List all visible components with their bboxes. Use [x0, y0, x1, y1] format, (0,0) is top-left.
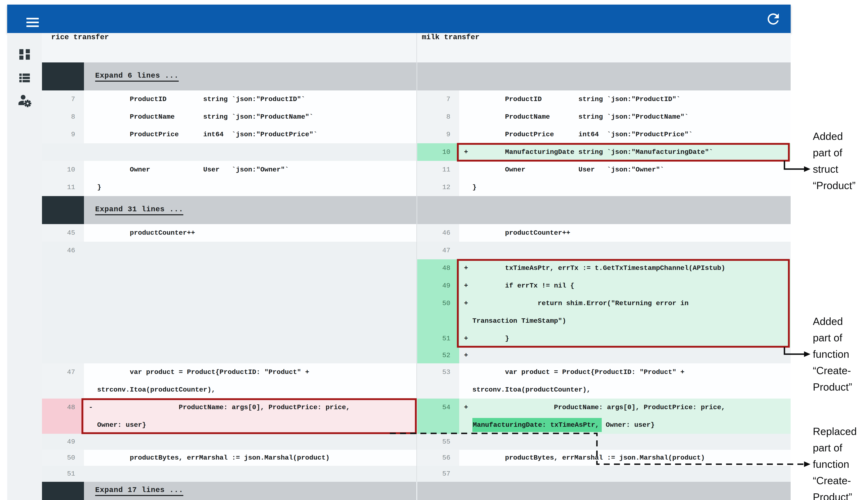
diff-row: 52+	[417, 347, 791, 363]
code-text: }	[472, 183, 477, 191]
diff-row: 55	[417, 434, 791, 450]
code-cell	[459, 466, 791, 482]
diff-row: 11 Owner User `json:"Owner"`	[417, 161, 791, 179]
code-cell: var product = Product{ProductID: "Produc…	[84, 363, 417, 399]
diff-row: 50 productBytes, errMarshal := json.Mars…	[42, 450, 417, 466]
sidebar-item-user-settings[interactable]	[17, 93, 32, 107]
annotation-line: Added	[813, 313, 867, 330]
line-number: 49	[417, 277, 459, 295]
code-cell: Owner User `json:"Owner"`	[459, 161, 791, 179]
diff-row: 47 var product = Product{ProductID: "Pro…	[42, 363, 417, 399]
sidebar-item-dashboard[interactable]	[17, 47, 32, 61]
code-text: ProductID string `json:"ProductID"`	[472, 95, 680, 103]
expand-band: Expand 17 lines ...	[84, 482, 417, 500]
code-cell: + txTimeAsPtr, errTx := t.GetTxTimestamp…	[459, 259, 791, 277]
added-line-marker: +	[464, 399, 468, 416]
diff-row: 7 ProductID string `json:"ProductID"`	[417, 90, 791, 108]
expand-band: Expand 31 lines ...	[84, 196, 417, 224]
code-cell	[459, 242, 791, 259]
refresh-button[interactable]	[765, 11, 782, 27]
pane-divider	[417, 33, 417, 482]
line-number: 45	[42, 224, 84, 242]
code-text: Owner User `json:"Owner"`	[472, 166, 664, 173]
expand-lines-link[interactable]: Expand 17 lines ...	[95, 486, 183, 496]
line-number: 10	[42, 161, 84, 179]
code-cell: ProductName string `json:"ProductName"`	[84, 108, 417, 126]
expand-row	[417, 482, 791, 500]
code-cell: }	[84, 179, 417, 196]
expand-gutter-block	[42, 482, 84, 500]
expand-row: Expand 31 lines ...	[42, 196, 417, 224]
code-cell: ProductPrice int64 `json:"ProductPrice"`	[84, 126, 417, 143]
annotation-line: “Product”	[813, 177, 867, 194]
code-cell: Owner User `json:"Owner"`	[84, 161, 417, 179]
diff-tool-screen: rice transfer milk transfer Expand 6 lin…	[0, 0, 868, 500]
expand-row: Expand 17 lines ...	[42, 482, 417, 500]
refresh-icon	[765, 11, 782, 27]
hamburger-menu-icon	[26, 18, 39, 20]
expand-gutter-block	[42, 196, 84, 224]
line-number: 55	[417, 434, 459, 450]
line-number: 48	[417, 259, 459, 277]
diff-row: 46	[42, 242, 417, 259]
expand-lines-link[interactable]: Expand 31 lines ...	[95, 205, 183, 215]
replaced-code-highlight: ManufacturingDate: txTimeAsPtr,	[472, 418, 602, 432]
app-header	[7, 4, 791, 33]
expand-gutter-block	[42, 62, 84, 90]
code-cell: ProductID string `json:"ProductID"`	[84, 90, 417, 108]
sidebar-item-list[interactable]	[17, 71, 32, 84]
line-number: 52	[417, 347, 459, 363]
diff-view: rice transfer milk transfer Expand 6 lin…	[42, 33, 791, 500]
line-number: 11	[417, 161, 459, 179]
line-number: 9	[417, 126, 459, 143]
line-number: 53	[417, 363, 459, 399]
annotation-added-function: Addedpart offunction“Create-Product”	[813, 313, 867, 395]
line-number: 7	[42, 90, 84, 108]
hamburger-menu-icon	[26, 25, 39, 27]
diff-row: 9 ProductPrice int64 `json:"ProductPrice…	[42, 126, 417, 143]
code-text: ProductPrice int64 `json:"ProductPrice"`	[97, 130, 317, 138]
code-text: return shim.Error("Returning error in Tr…	[472, 299, 689, 325]
diff-row: 49+ if errTx != nil {	[417, 277, 791, 295]
expand-band	[417, 482, 791, 500]
added-line-marker: +	[464, 259, 468, 277]
expand-band	[417, 196, 791, 224]
expand-row	[417, 196, 791, 224]
added-line-marker: +	[464, 277, 468, 295]
code-text: txTimeAsPtr, errTx := t.GetTxTimestampCh…	[472, 264, 725, 272]
expand-row: Expand 6 lines ...	[42, 62, 417, 90]
right-pane: 7 ProductID string `json:"ProductID"`8 P…	[417, 62, 791, 500]
code-cell	[84, 466, 417, 482]
arrow-head	[804, 462, 810, 467]
line-number: 50	[42, 450, 84, 466]
code-text: var product = Product{ProductID: "Produc…	[97, 368, 309, 394]
line-number: 57	[417, 466, 459, 482]
code-text: ProductName string `json:"ProductName"`	[97, 113, 313, 121]
added-line-marker: +	[464, 295, 468, 312]
diff-row: 8 ProductName string `json:"ProductName"…	[417, 108, 791, 126]
diff-row: 48+ txTimeAsPtr, errTx := t.GetTxTimesta…	[417, 259, 791, 277]
left-pane: Expand 6 lines ...7 ProductID string `js…	[42, 62, 417, 500]
code-text: if errTx != nil {	[472, 282, 574, 289]
line-number: 54	[417, 399, 459, 434]
sidebar	[7, 33, 42, 500]
hamburger-menu-icon	[26, 22, 39, 23]
line-number: 46	[42, 242, 84, 259]
diff-row: 48- ProductName: args[0], ProductPrice: …	[42, 399, 417, 434]
code-text: Owner: user}	[602, 421, 655, 429]
code-text: Owner User `json:"Owner"`	[97, 166, 289, 173]
line-number: 10	[417, 143, 459, 161]
code-cell: - ProductName: args[0], ProductPrice: pr…	[84, 399, 417, 434]
annotation-added-struct: Addedpart ofstruct“Product”	[813, 128, 867, 194]
diff-row: 46 productCounter++	[417, 224, 791, 242]
expand-lines-link[interactable]: Expand 6 lines ...	[95, 71, 179, 82]
added-line-marker: +	[464, 347, 468, 363]
code-cell: productCounter++	[459, 224, 791, 242]
code-cell	[84, 242, 417, 259]
code-cell: productCounter++	[84, 224, 417, 242]
menu-button[interactable]	[19, 10, 47, 28]
annotation-line: “Create-	[813, 473, 867, 489]
annotation-line: function	[813, 456, 867, 473]
diff-row: 57	[417, 466, 791, 482]
line-number: 8	[417, 108, 459, 126]
